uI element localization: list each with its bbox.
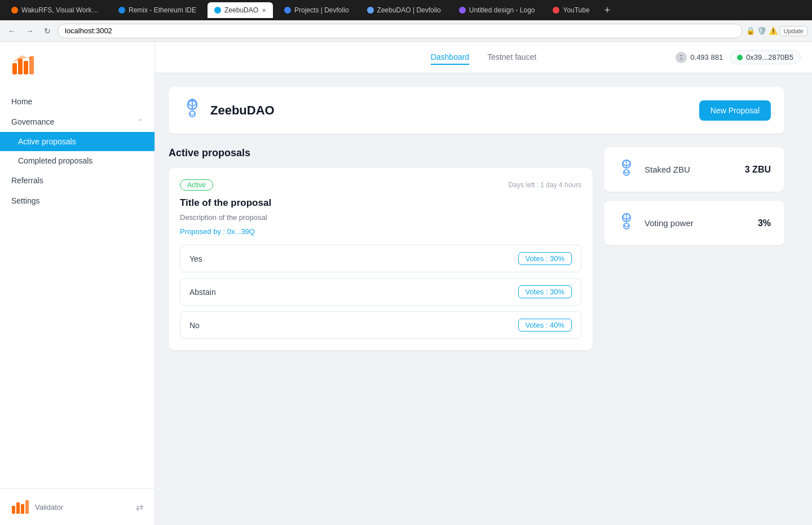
svg-rect-8 xyxy=(25,500,29,514)
svg-rect-6 xyxy=(16,502,20,514)
reload-button[interactable]: ↻ xyxy=(41,24,54,38)
tab-label-youtube: YouTube xyxy=(563,6,589,14)
staked-zbu-card: Staked ZBU 3 ZBU xyxy=(604,147,784,192)
proposal-header: Active Days left : 1 day 4 hours xyxy=(180,179,581,191)
sidebar-active-proposals-label: Active proposals xyxy=(18,137,76,146)
vote-count-no: Votes : 40% xyxy=(518,319,572,332)
right-stats-panel: Staked ZBU 3 ZBU xyxy=(604,147,784,245)
footer-logo-icon xyxy=(11,498,29,516)
tab-label-wakurfs: WakuRFS, Visual Workspace for In... xyxy=(21,6,100,14)
svg-text:Ξ: Ξ xyxy=(679,55,683,61)
tab-favicon-untitled-design xyxy=(459,7,466,14)
days-left: Days left : 1 day 4 hours xyxy=(509,181,581,189)
wallet-address[interactable]: 0x39...2870B5 xyxy=(730,50,801,64)
dao-header-card: ZeebuDAO New Proposal xyxy=(169,87,784,134)
sidebar-item-settings[interactable]: Settings xyxy=(0,191,155,211)
top-nav: Dashboard Testnet faucet Ξ 0.493 881 0x3… xyxy=(155,42,812,73)
svg-rect-2 xyxy=(24,61,28,74)
switch-icon[interactable]: ⇄ xyxy=(136,502,143,513)
tab-devfolio-projects[interactable]: Projects | Devfolio xyxy=(277,2,356,18)
wallet-balance-icon: Ξ xyxy=(676,52,687,63)
dao-header-left: ZeebuDAO xyxy=(182,98,275,122)
content-row: Active proposals Active Days left : 1 da… xyxy=(169,147,784,350)
new-tab-button[interactable]: + xyxy=(601,5,614,16)
proposals-section: Active proposals Active Days left : 1 da… xyxy=(169,147,593,350)
tab-remix[interactable]: Remix - Ethereum IDE xyxy=(112,2,203,18)
svg-rect-3 xyxy=(29,56,34,74)
sidebar-item-completed-proposals[interactable]: Completed proposals xyxy=(0,151,155,170)
browser-ext-3: ⚠️ xyxy=(769,27,778,35)
back-button[interactable]: ← xyxy=(5,24,19,38)
sidebar-home-label: Home xyxy=(11,97,32,106)
forward-button[interactable]: → xyxy=(23,24,37,38)
vote-label-abstain: Abstain xyxy=(189,288,216,297)
wallet-connected-dot xyxy=(737,55,743,60)
proposal-card: Active Days left : 1 day 4 hours Title o… xyxy=(169,168,593,350)
sidebar-item-active-proposals[interactable]: Active proposals xyxy=(0,132,155,151)
svg-rect-7 xyxy=(21,504,24,514)
tab-label-zeebudao-devfolio: ZeebuDAO | Devfolio xyxy=(377,6,441,14)
voting-power-label: Voting power xyxy=(645,218,749,228)
proposal-proposer[interactable]: Proposed by : 0x...39Q xyxy=(180,227,581,236)
staked-zbu-label: Staked ZBU xyxy=(645,165,736,174)
tab-favicon-zeebudao-devfolio xyxy=(367,7,374,14)
vote-option-abstain[interactable]: Abstain Votes : 30% xyxy=(180,278,581,306)
tab-label-devfolio-projects: Projects | Devfolio xyxy=(294,6,349,14)
voting-power-icon xyxy=(617,212,636,234)
tab-youtube[interactable]: YouTube xyxy=(546,2,596,18)
tab-label-remix: Remix - Ethereum IDE xyxy=(129,6,196,14)
nav-link-testnet[interactable]: Testnet faucet xyxy=(487,50,536,65)
tab-favicon-youtube xyxy=(553,7,559,14)
status-badge: Active xyxy=(180,179,213,191)
vote-label-yes: Yes xyxy=(189,254,202,263)
chevron-up-icon: ⌃ xyxy=(138,118,143,126)
main-content: ZeebuDAO New Proposal Active proposals A… xyxy=(155,73,812,525)
staked-zbu-value: 3 ZBU xyxy=(745,165,771,175)
tab-label-zeebudao: ZeebuDAO xyxy=(224,6,258,14)
wallet-balance-value: 0.493 881 xyxy=(690,53,723,61)
vote-label-no: No xyxy=(189,321,200,330)
tab-untitled-design[interactable]: Untitled design - Logo xyxy=(452,2,542,18)
nav-link-dashboard[interactable]: Dashboard xyxy=(431,50,470,65)
svg-rect-1 xyxy=(18,59,23,74)
browser-ext-1: 🔒 xyxy=(746,27,755,35)
browser-ext-2[interactable]: 🛡️ xyxy=(757,27,766,35)
vote-count-yes: Votes : 30% xyxy=(518,252,572,265)
sidebar-settings-label: Settings xyxy=(11,196,40,205)
sidebar-completed-proposals-label: Completed proposals xyxy=(18,156,92,165)
vote-option-no[interactable]: No Votes : 40% xyxy=(180,311,581,339)
tab-close-zeebudao[interactable]: ✕ xyxy=(262,7,266,14)
sidebar-item-governance[interactable]: Governance ⌃ xyxy=(0,112,155,132)
browser-actions: 🔒 🛡️ ⚠️ Update xyxy=(746,26,807,36)
wallet-balance: Ξ 0.493 881 xyxy=(676,52,723,63)
svg-rect-5 xyxy=(12,506,15,514)
tab-wakurfs[interactable]: WakuRFS, Visual Workspace for In... xyxy=(5,2,107,18)
voting-power-value: 3% xyxy=(758,218,771,228)
svg-rect-0 xyxy=(12,63,17,74)
tab-favicon-wakurfs xyxy=(11,7,18,14)
sidebar-footer-left: Validator xyxy=(11,498,63,516)
top-nav-right: Ξ 0.493 881 0x39...2870B5 xyxy=(676,50,801,64)
new-proposal-button[interactable]: New Proposal xyxy=(699,100,771,121)
vote-option-yes[interactable]: Yes Votes : 30% xyxy=(180,245,581,272)
sidebar-nav: Home Governance ⌃ Active proposals Compl… xyxy=(0,87,155,488)
tab-zeebudao-devfolio[interactable]: ZeebuDAO | Devfolio xyxy=(360,2,448,18)
update-button[interactable]: Update xyxy=(780,26,807,36)
active-proposals-section-title: Active proposals xyxy=(169,147,593,159)
app-logo-icon xyxy=(11,53,36,78)
app-layout: Home Governance ⌃ Active proposals Compl… xyxy=(0,42,812,525)
dao-title: ZeebuDAO xyxy=(210,103,275,118)
proposal-description: Description of the proposal xyxy=(180,213,581,222)
main-inner: ZeebuDAO New Proposal Active proposals A… xyxy=(155,73,798,364)
sidebar-item-home[interactable]: Home xyxy=(0,91,155,112)
sidebar: Home Governance ⌃ Active proposals Compl… xyxy=(0,42,155,525)
address-input[interactable] xyxy=(58,24,743,38)
sidebar-item-referrals[interactable]: Referrals xyxy=(0,170,155,191)
voting-power-card: Voting power 3% xyxy=(604,201,784,245)
tab-favicon-devfolio-projects xyxy=(284,7,291,14)
tab-zeebudao[interactable]: ZeebuDAO ✕ xyxy=(208,2,273,18)
tab-favicon-zeebudao xyxy=(214,7,221,14)
dao-icon xyxy=(182,98,202,122)
sidebar-referrals-label: Referrals xyxy=(11,176,43,185)
proposal-title: Title of the proposal xyxy=(180,197,581,209)
